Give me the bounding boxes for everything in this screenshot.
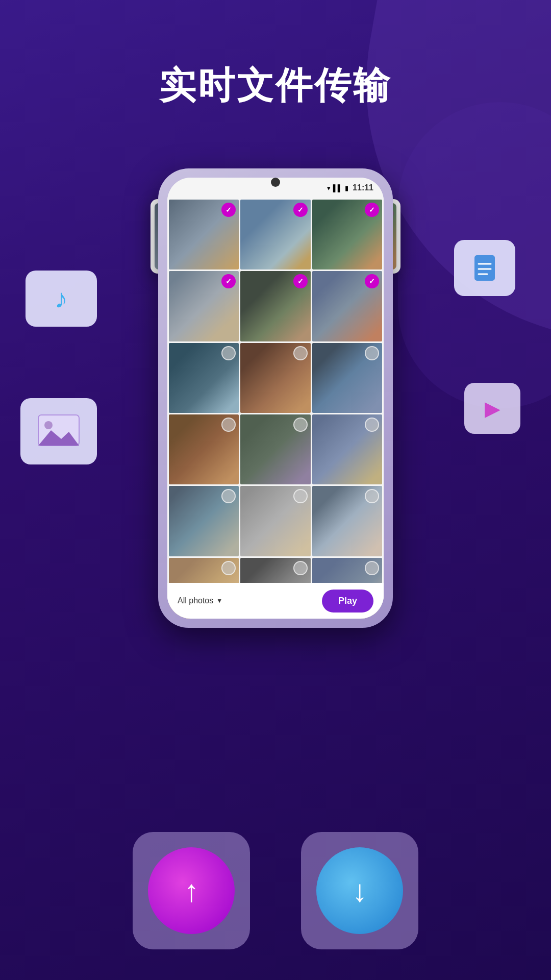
uncheck-badge-11 <box>293 418 308 432</box>
battery-icon: ▮ <box>345 184 348 192</box>
phone-screen: ▾ ▌▌ ▮ 11:11 ✓ ✓ ✓ <box>167 178 384 619</box>
photo-cell-9[interactable] <box>312 343 382 413</box>
uncheck-badge-8 <box>293 346 308 360</box>
check-badge-5: ✓ <box>293 274 308 288</box>
photo-cell-13[interactable] <box>169 486 239 556</box>
phone-mockup: ▾ ▌▌ ▮ 11:11 ✓ ✓ ✓ <box>158 168 393 628</box>
uncheck-badge-16 <box>221 561 236 575</box>
music-card: ♪ <box>26 271 97 327</box>
svg-point-6 <box>44 421 53 429</box>
check-badge-1: ✓ <box>221 203 236 217</box>
check-badge-3: ✓ <box>365 203 379 217</box>
play-card: ▶ <box>464 383 520 434</box>
uncheck-badge-9 <box>365 346 379 360</box>
photo-cell-3[interactable]: ✓ <box>312 200 382 270</box>
svg-rect-0 <box>474 255 495 281</box>
photo-cell-6[interactable]: ✓ <box>312 271 382 341</box>
check-badge-2: ✓ <box>293 203 308 217</box>
photo-cell-1[interactable]: ✓ <box>169 200 239 270</box>
uncheck-badge-12 <box>365 418 379 432</box>
phone-notch <box>271 178 280 187</box>
phone-frame: ▾ ▌▌ ▮ 11:11 ✓ ✓ ✓ <box>158 168 393 628</box>
signal-icon: ▌▌ <box>333 184 342 192</box>
upload-arrow-icon: ↑ <box>184 873 199 909</box>
all-photos-dropdown[interactable]: All photos ▼ <box>178 596 222 605</box>
doc-card <box>454 240 515 296</box>
uncheck-badge-10 <box>221 418 236 432</box>
photo-cell-11[interactable] <box>240 414 310 484</box>
photo-cell-10[interactable] <box>169 414 239 484</box>
transfer-section: ↑ ↓ <box>133 832 418 949</box>
music-icon: ♪ <box>55 283 68 314</box>
image-placeholder-icon <box>36 412 82 451</box>
photo-grid-wrapper: ✓ ✓ ✓ ✓ ✓ ✓ <box>167 198 384 619</box>
all-photos-label: All photos <box>178 596 213 605</box>
dropdown-arrow-icon: ▼ <box>216 597 222 604</box>
download-card[interactable]: ↓ <box>301 832 418 949</box>
play-button[interactable]: Play <box>322 590 373 612</box>
uncheck-badge-17 <box>293 561 308 575</box>
page-title: 实时文件传输 <box>0 61 551 110</box>
status-time: 11:11 <box>353 183 373 192</box>
photo-cell-7[interactable] <box>169 343 239 413</box>
download-circle: ↓ <box>316 847 403 934</box>
photo-cell-8[interactable] <box>240 343 310 413</box>
play-icon: ▶ <box>485 397 500 420</box>
photo-cell-4[interactable]: ✓ <box>169 271 239 341</box>
download-arrow-icon: ↓ <box>352 873 367 909</box>
upload-circle: ↑ <box>148 847 235 934</box>
wifi-icon: ▾ <box>327 184 331 192</box>
status-icons: ▾ ▌▌ ▮ <box>327 184 348 192</box>
photo-grid: ✓ ✓ ✓ ✓ ✓ ✓ <box>167 198 384 619</box>
photo-cell-12[interactable] <box>312 414 382 484</box>
photo-cell-5[interactable]: ✓ <box>240 271 310 341</box>
uncheck-badge-15 <box>365 489 379 503</box>
check-badge-4: ✓ <box>221 274 236 288</box>
upload-card[interactable]: ↑ <box>133 832 250 949</box>
photo-cell-14[interactable] <box>240 486 310 556</box>
document-icon <box>469 253 500 283</box>
phone-bottom-bar: All photos ▼ Play <box>167 583 384 619</box>
uncheck-badge-14 <box>293 489 308 503</box>
uncheck-badge-7 <box>221 346 236 360</box>
uncheck-badge-13 <box>221 489 236 503</box>
photo-cell-15[interactable] <box>312 486 382 556</box>
check-badge-6: ✓ <box>365 274 379 288</box>
image-card <box>20 398 97 464</box>
uncheck-badge-18 <box>365 561 379 575</box>
photo-cell-2[interactable]: ✓ <box>240 200 310 270</box>
